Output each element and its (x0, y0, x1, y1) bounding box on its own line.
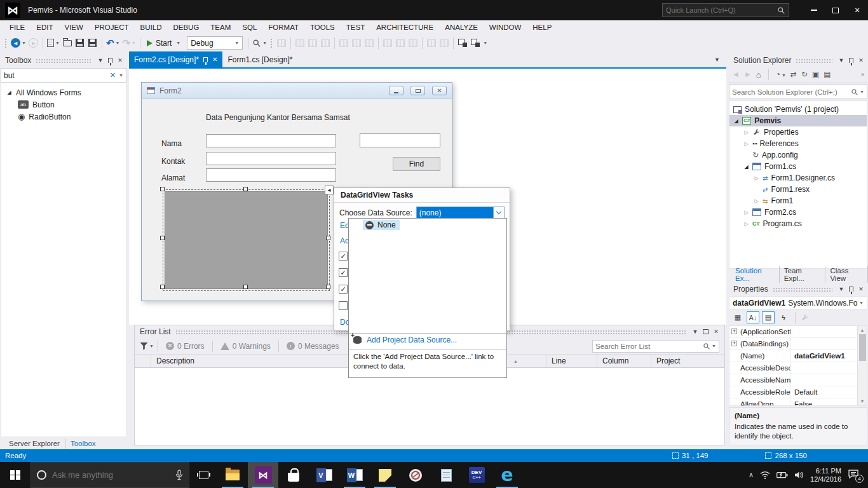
collapse-all-icon[interactable]: ▣ (812, 70, 819, 79)
new-project-button[interactable]: ▼ (46, 36, 61, 50)
save-all-button[interactable] (86, 36, 99, 50)
property-row[interactable]: AccessibleName (729, 374, 857, 386)
find-in-files-button[interactable]: ▼ (251, 36, 268, 50)
search-textbox[interactable] (360, 133, 440, 147)
menu-help[interactable]: HELP (527, 22, 557, 33)
menu-analyze[interactable]: ANALYZE (439, 22, 484, 33)
error-list-body[interactable] (135, 368, 724, 445)
tree-item-solution[interactable]: Solution 'Pemvis' (1 project) (729, 104, 867, 115)
open-file-button[interactable] (61, 36, 74, 50)
battery-icon[interactable] (776, 471, 788, 478)
enable-editing-checkbox[interactable]: ✓ (339, 268, 348, 277)
close-button[interactable]: × (846, 1, 868, 20)
tree-item-form2-cs[interactable]: ▷ Form2.cs (729, 207, 867, 218)
menu-project[interactable]: PROJECT (89, 22, 135, 33)
navigate-backward-button[interactable]: ◄▼ (10, 36, 27, 50)
toolbar-overflow-icon[interactable]: » (861, 71, 864, 78)
alamat-textbox[interactable] (206, 168, 336, 182)
resize-handle[interactable] (160, 187, 165, 191)
tree-item-form1-designer-cs[interactable]: ▷ ⇄ Form1.Designer.cs (729, 172, 867, 184)
resize-handle[interactable] (160, 236, 165, 240)
icon-column-header[interactable] (135, 355, 151, 367)
warnings-filter-button[interactable]: 0 Warnings (215, 342, 276, 351)
property-row[interactable]: +(DataBindings) (729, 338, 857, 350)
toolbox-search-input[interactable] (4, 71, 108, 80)
categorized-icon[interactable]: ▦ (731, 311, 744, 323)
menu-format[interactable]: FORMAT (262, 22, 304, 33)
pin-icon[interactable] (203, 57, 208, 62)
window-position-icon[interactable]: ▼ (96, 57, 105, 64)
send-to-back-button[interactable] (471, 39, 480, 47)
pending-changes-filter-icon[interactable]: ◔▼ (776, 70, 786, 79)
resize-handle[interactable] (326, 236, 330, 240)
close-icon[interactable]: ✕ (857, 57, 865, 64)
data-source-option-none[interactable]: None (363, 220, 400, 230)
solution-explorer-search-input[interactable] (732, 88, 851, 96)
tree-item-form1-resx[interactable]: ⇄ Form1.resx (729, 184, 867, 195)
sync-with-active-document-icon[interactable]: ⇄ (790, 70, 797, 79)
start-debug-button[interactable]: Start ▼ (143, 36, 184, 50)
taskbar-store[interactable] (278, 462, 309, 488)
object-selector-dropdown-icon[interactable]: ▼ (859, 301, 864, 305)
taskbar-word[interactable]: W (339, 462, 370, 488)
menu-team[interactable]: TEAM (205, 22, 236, 33)
menu-file[interactable]: FILE (4, 22, 31, 33)
events-icon[interactable]: ϟ (777, 311, 790, 323)
start-button[interactable] (0, 462, 31, 488)
close-icon[interactable]: ✕ (116, 57, 125, 64)
expander-icon[interactable]: ▷ (743, 141, 749, 147)
tab-form1-design[interactable]: Form1.cs [Design]* (222, 51, 297, 67)
volume-icon[interactable] (794, 471, 804, 479)
close-icon[interactable]: ✕ (212, 56, 217, 63)
menu-architecture[interactable]: ARCHITECTURE (370, 22, 439, 33)
taskbar-clock[interactable]: 6:11 PM 12/4/2016 (810, 467, 841, 484)
panel-grip[interactable] (796, 58, 832, 63)
taskbar-sticky-notes[interactable] (370, 462, 400, 488)
tab-class-view[interactable]: Class View (825, 266, 868, 283)
navigate-forward-button[interactable]: ► (27, 36, 40, 50)
window-position-icon[interactable]: ▼ (691, 329, 700, 335)
resize-handle[interactable] (243, 187, 248, 191)
menu-edit[interactable]: EDIT (31, 22, 58, 33)
resize-handle[interactable] (326, 285, 330, 289)
cortana-search-box[interactable] (31, 462, 189, 488)
minimize-button[interactable] (803, 1, 825, 20)
active-files-dropdown-icon[interactable]: ▼ (708, 57, 726, 63)
tab-toolbox[interactable]: Toolbox (65, 438, 101, 449)
tree-item-form1-class[interactable]: ▷ ⇆ Form1 (729, 195, 867, 207)
window-position-icon[interactable]: ▼ (837, 286, 846, 292)
clear-search-icon[interactable]: ✕ (108, 71, 118, 79)
scroll-down-icon[interactable]: ▼ (860, 397, 865, 405)
expander-icon[interactable]: ▷ (743, 130, 749, 135)
expander-icon[interactable]: ▷ (743, 210, 749, 215)
expander-icon[interactable]: ▷ (754, 175, 759, 181)
taskbar-visio[interactable]: V (309, 462, 339, 488)
combo-dropdown-icon[interactable] (493, 207, 504, 218)
alphabetical-icon[interactable]: A↓ (747, 311, 759, 323)
scroll-up-icon[interactable]: ▲ (860, 326, 865, 334)
pin-icon[interactable] (849, 58, 853, 63)
taskbar-edge[interactable]: e (492, 462, 522, 488)
project-column-header[interactable]: Project (651, 355, 724, 367)
nama-textbox[interactable] (206, 134, 336, 147)
toolbox-item-radiobutton[interactable]: ◉ RadioButton (1, 111, 126, 123)
toolbox-item-button[interactable]: ab Button (1, 98, 126, 111)
quick-launch-input[interactable] (666, 6, 777, 14)
tree-item-properties[interactable]: ▷ Properties (729, 126, 867, 138)
menu-test[interactable]: TEST (341, 22, 370, 33)
form-designer-surface[interactable]: Form2 ✕ Data Pengunjung Kantor Bersama S… (129, 69, 726, 325)
find-button[interactable]: Find (393, 157, 440, 171)
close-icon[interactable]: ✕ (712, 329, 721, 335)
toolbar-grip[interactable] (270, 38, 273, 48)
toolbox-group-all-windows-forms[interactable]: ◢ All Windows Forms (1, 86, 126, 98)
taskbar-snipping-tool[interactable] (400, 462, 431, 488)
filter-button[interactable]: ▼ (139, 339, 155, 353)
taskbar-visual-studio[interactable]: ⋈ (248, 462, 278, 488)
search-options-icon[interactable]: ▼ (860, 90, 864, 94)
menu-window[interactable]: WINDOW (484, 22, 527, 33)
close-icon[interactable]: ✕ (857, 286, 865, 292)
bring-to-front-button[interactable] (458, 39, 467, 47)
smart-tag-button[interactable]: ◄ (325, 186, 334, 194)
property-row[interactable]: +(ApplicationSett (729, 326, 857, 338)
task-view-button[interactable] (189, 462, 217, 488)
